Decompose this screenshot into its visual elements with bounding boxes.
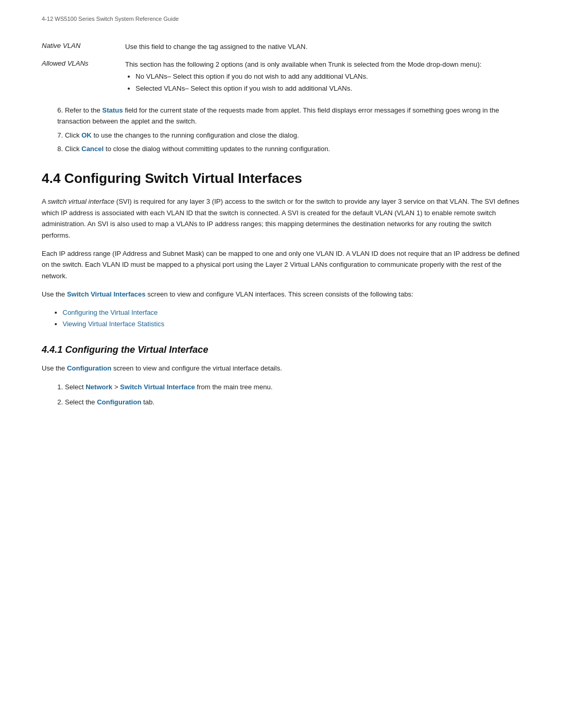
step-7-number: 7. bbox=[57, 131, 65, 139]
step-6: 6. Refer to the Status field for the cur… bbox=[57, 105, 521, 127]
section-44-paragraph3: Use the Switch Virtual Interfaces screen… bbox=[42, 289, 521, 300]
step-441-2-number: 2. bbox=[57, 398, 65, 406]
numbered-steps-top: 6. Refer to the Status field for the cur… bbox=[57, 105, 521, 155]
allowed-vlans-option-2: Selected VLANs– Select this option if yo… bbox=[136, 83, 521, 94]
step-441-1-network: Network bbox=[85, 383, 112, 391]
step-8-text-before: Click bbox=[65, 145, 81, 153]
step-441-1-middle: > bbox=[114, 383, 120, 391]
step-7-ok-highlight: OK bbox=[81, 131, 92, 139]
section-441-config-highlight: Configuration bbox=[67, 364, 111, 372]
section-441-heading: 4.4.1 Configuring the Virtual Interface bbox=[42, 344, 521, 355]
section-44-paragraph1: A switch virtual interface (SVI) is requ… bbox=[42, 196, 521, 241]
step-7: 7. Click OK to use the changes to the ru… bbox=[57, 130, 521, 141]
section-44-bullet-list: Configuring the Virtual Interface Viewin… bbox=[63, 307, 521, 330]
section-44-content: A switch virtual interface (SVI) is requ… bbox=[42, 196, 521, 330]
section-441-para-before: Use the bbox=[42, 364, 67, 372]
allowed-vlans-term: Allowed VLANs bbox=[42, 59, 125, 67]
allowed-vlans-options: No VLANs– Select this option if you do n… bbox=[136, 71, 521, 93]
step-6-number: 6. bbox=[57, 106, 65, 114]
step-441-1-number: 1. bbox=[57, 383, 65, 391]
step-8-text-after: to close the dialog without committing u… bbox=[106, 145, 331, 153]
section-44-paragraph2: Each IP address range (IP Address and Su… bbox=[42, 248, 521, 281]
step-441-2-before: Select the bbox=[65, 398, 96, 406]
step-8: 8. Click Cancel to close the dialog with… bbox=[57, 144, 521, 155]
definition-row-native-vlan: Native VLAN Use this field to change the… bbox=[42, 42, 521, 52]
step-8-cancel-highlight: Cancel bbox=[81, 145, 104, 153]
section-441-para-after: screen to view and configure the virtual… bbox=[113, 364, 282, 372]
allowed-vlans-desc: This section has the following 2 options… bbox=[125, 59, 521, 95]
native-vlan-term: Native VLAN bbox=[42, 42, 125, 50]
page-header: 4-12 WS5100 Series Switch System Referen… bbox=[42, 16, 521, 26]
step-441-1-svi: Switch Virtual Interface bbox=[120, 383, 195, 391]
step-7-text-after: to use the changes to the running config… bbox=[93, 131, 299, 139]
bullet-link-1: Configuring the Virtual Interface bbox=[63, 307, 521, 318]
step-441-2-after: tab. bbox=[143, 398, 155, 406]
step-8-number: 8. bbox=[57, 145, 65, 153]
section-441-steps: 1. Select Network > Switch Virtual Inter… bbox=[57, 381, 521, 408]
para3-after: screen to view and configure VLAN interf… bbox=[148, 290, 413, 298]
step-6-status-highlight: Status bbox=[102, 106, 123, 114]
step-441-1-before: Select bbox=[65, 383, 85, 391]
header-text: 4-12 WS5100 Series Switch System Referen… bbox=[42, 16, 179, 22]
link-viewing-virtual-interface-stats[interactable]: Viewing Virtual Interface Statistics bbox=[63, 320, 164, 328]
step-7-text-before: Click bbox=[65, 131, 81, 139]
definition-row-allowed-vlans: Allowed VLANs This section has the follo… bbox=[42, 59, 521, 95]
definition-table: Native VLAN Use this field to change the… bbox=[42, 42, 521, 95]
step-6-text-after: field for the current state of the reque… bbox=[57, 106, 499, 125]
step-6-text-before: Refer to the bbox=[65, 106, 102, 114]
para1-text-before: A bbox=[42, 198, 48, 205]
allowed-vlans-option-1: No VLANs– Select this option if you do n… bbox=[136, 71, 521, 82]
native-vlan-desc: Use this field to change the tag assigne… bbox=[125, 42, 521, 52]
para3-highlight: Switch Virtual Interfaces bbox=[67, 290, 145, 298]
step-441-1: 1. Select Network > Switch Virtual Inter… bbox=[57, 381, 521, 392]
allowed-vlans-intro: This section has the following 2 options… bbox=[125, 60, 482, 68]
link-configuring-virtual-interface[interactable]: Configuring the Virtual Interface bbox=[63, 309, 158, 316]
para1-italic: switch virtual interface bbox=[48, 198, 115, 205]
para3-before: Use the bbox=[42, 290, 67, 298]
bullet-link-2: Viewing Virtual Interface Statistics bbox=[63, 319, 521, 330]
step-441-1-after: from the main tree menu. bbox=[197, 383, 273, 391]
section-441-paragraph1: Use the Configuration screen to view and… bbox=[42, 363, 521, 374]
step-441-2: 2. Select the Configuration tab. bbox=[57, 397, 521, 408]
page-container: 4-12 WS5100 Series Switch System Referen… bbox=[0, 0, 563, 728]
section-441-content: Use the Configuration screen to view and… bbox=[42, 363, 521, 408]
step-441-2-config: Configuration bbox=[97, 398, 141, 406]
section-44-heading: 4.4 Configuring Switch Virtual Interface… bbox=[42, 170, 521, 187]
